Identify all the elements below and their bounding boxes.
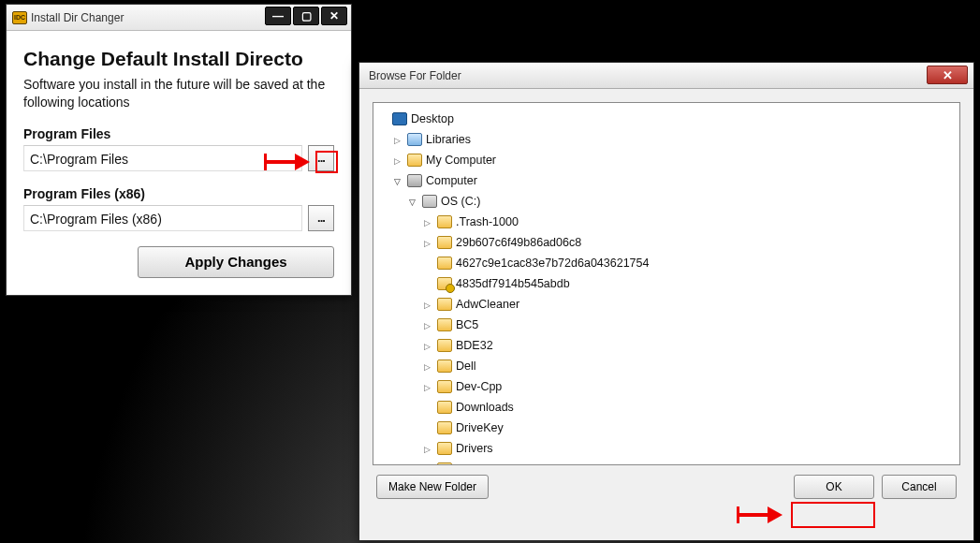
browse-for-folder-window: Browse For Folder ✕ DesktopLibrariesMy C…: [358, 62, 974, 541]
tree-node-label: Libraries: [426, 133, 471, 146]
folder-icon: [437, 215, 452, 228]
tree-node[interactable]: english movies: [379, 459, 954, 465]
folder-tree[interactable]: DesktopLibrariesMy ComputerComputerOS (C…: [373, 102, 960, 465]
expand-icon: [379, 113, 390, 125]
drive-icon: [422, 195, 437, 208]
tree-node[interactable]: My Computer: [379, 150, 954, 170]
tree-node[interactable]: Dev-Cpp: [379, 376, 954, 397]
install-dir-changer-window: IDC Install Dir Changer — ▢ ✕ Change Def…: [6, 4, 352, 296]
program-files-browse-button[interactable]: ...: [308, 145, 334, 171]
tree-node[interactable]: 29b607c6f49b86ad06c8: [379, 232, 954, 253]
library-icon: [407, 133, 422, 146]
close-button[interactable]: ✕: [321, 7, 347, 25]
program-files-x86-browse-button[interactable]: ...: [308, 205, 334, 231]
tree-node-label: BDE32: [456, 339, 493, 352]
folder-icon: [437, 380, 452, 393]
tree-node-label: .Trash-1000: [456, 215, 519, 228]
window-title: Install Dir Changer: [31, 11, 124, 24]
tree-node-label: Dell: [456, 360, 476, 373]
expand-icon[interactable]: [424, 299, 435, 310]
tree-node[interactable]: Drivers: [379, 438, 954, 459]
expand-icon[interactable]: [424, 360, 435, 372]
expand-icon: [424, 257, 435, 269]
folder-icon: [437, 421, 452, 434]
tree-node-label: Dev-Cpp: [456, 380, 502, 393]
tree-node-label: Desktop: [411, 112, 454, 125]
tree-node-label: OS (C:): [441, 195, 480, 208]
program-files-x86-input[interactable]: C:\Program Files (x86): [23, 205, 302, 231]
folder-icon: [437, 360, 452, 373]
expand-icon: [424, 278, 435, 289]
folder-icon: [437, 401, 452, 414]
tree-node[interactable]: DriveKey: [379, 418, 954, 438]
desktop-icon: [392, 112, 407, 125]
tree-node[interactable]: Desktop: [379, 109, 954, 129]
computer-icon: [407, 174, 422, 187]
tree-node-label: Downloads: [456, 401, 514, 414]
tree-node-label: BC5: [456, 318, 478, 331]
folder-icon: [407, 154, 422, 167]
close-button[interactable]: ✕: [927, 66, 968, 84]
folder-icon: [437, 257, 452, 270]
app-icon: IDC: [12, 11, 27, 24]
folder-icon: [437, 236, 452, 249]
tree-node[interactable]: 4835df7914b545abdb: [379, 273, 954, 294]
expand-icon: [424, 422, 435, 433]
expand-icon[interactable]: [424, 443, 435, 454]
expand-icon[interactable]: [409, 196, 420, 207]
expand-icon[interactable]: [424, 381, 435, 392]
tree-node[interactable]: Libraries: [379, 129, 954, 150]
tree-node[interactable]: 4627c9e1cac83e7b72d6a043621754: [379, 253, 954, 273]
expand-icon[interactable]: [394, 134, 405, 145]
locked-icon: [437, 277, 452, 290]
program-files-x86-label: Program Files (x86): [23, 186, 334, 201]
tree-node-label: My Computer: [426, 154, 496, 167]
program-files-label: Program Files: [23, 126, 334, 141]
tree-node[interactable]: Computer: [379, 170, 954, 191]
tree-node-label: 29b607c6f49b86ad06c8: [456, 236, 581, 249]
make-new-folder-button[interactable]: Make New Folder: [376, 475, 489, 499]
page-title: Change Default Install Directo: [23, 48, 334, 70]
tree-node[interactable]: AdwCleaner: [379, 294, 954, 315]
tree-node-label: AdwCleaner: [456, 298, 519, 311]
cancel-button[interactable]: Cancel: [882, 475, 957, 499]
expand-icon: [424, 402, 435, 413]
tree-node-label: Computer: [426, 174, 477, 187]
expand-icon[interactable]: [424, 216, 435, 227]
page-subtitle: Software you install in the future will …: [23, 76, 334, 111]
folder-icon: [437, 298, 452, 311]
expand-icon[interactable]: [424, 340, 435, 351]
titlebar[interactable]: Browse For Folder ✕: [359, 63, 973, 89]
folder-icon: [437, 442, 452, 455]
tree-node[interactable]: .Trash-1000: [379, 212, 954, 232]
tree-node[interactable]: OS (C:): [379, 191, 954, 212]
apply-changes-button[interactable]: Apply Changes: [138, 246, 334, 278]
tree-node[interactable]: BDE32: [379, 335, 954, 356]
titlebar[interactable]: IDC Install Dir Changer — ▢ ✕: [7, 5, 351, 31]
expand-icon[interactable]: [394, 175, 405, 186]
maximize-button[interactable]: ▢: [293, 7, 319, 25]
folder-icon: [437, 339, 452, 352]
tree-node[interactable]: Dell: [379, 356, 954, 376]
folder-icon: [437, 318, 452, 331]
tree-node-label: 4627c9e1cac83e7b72d6a043621754: [456, 257, 649, 270]
tree-node-label: 4835df7914b545abdb: [456, 277, 570, 290]
tree-node[interactable]: BC5: [379, 315, 954, 335]
program-files-input[interactable]: C:\Program Files: [23, 145, 302, 171]
expand-icon[interactable]: [424, 319, 435, 330]
minimize-button[interactable]: —: [265, 7, 291, 25]
window-title: Browse For Folder: [369, 69, 461, 82]
tree-node-label: DriveKey: [456, 421, 504, 434]
expand-icon[interactable]: [394, 154, 405, 166]
tree-node[interactable]: Downloads: [379, 397, 954, 418]
expand-icon[interactable]: [424, 237, 435, 248]
ok-button[interactable]: OK: [794, 475, 874, 499]
tree-node-label: Drivers: [456, 442, 493, 455]
